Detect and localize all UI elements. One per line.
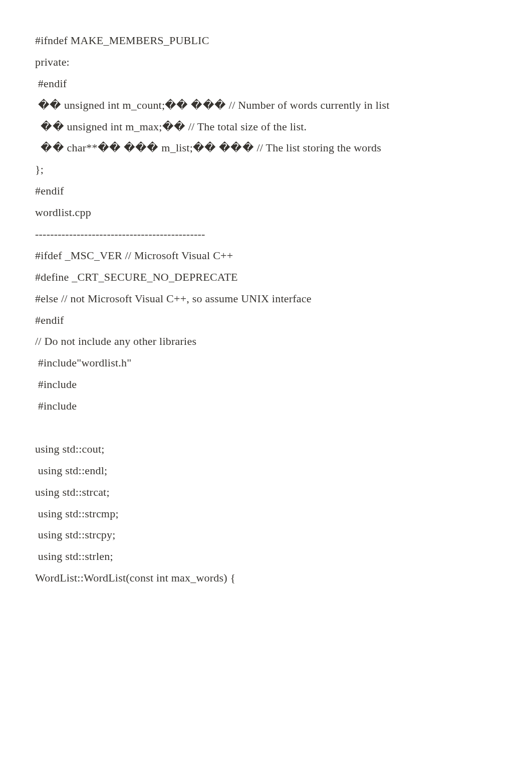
code-line: }; bbox=[35, 159, 497, 180]
code-line: �� unsigned int m_count;�� ��� // Number… bbox=[35, 95, 497, 116]
code-line: �� char**�� ��� m_list;�� ��� // The lis… bbox=[35, 137, 497, 159]
code-line: #endif bbox=[35, 180, 497, 202]
code-line: using std::endl; bbox=[35, 460, 497, 482]
code-line: using std::strcat; bbox=[35, 482, 497, 503]
code-line: #ifdef _MSC_VER // Microsoft Visual C++ bbox=[35, 245, 497, 267]
code-line: #include"wordlist.h" bbox=[35, 352, 497, 374]
code-line: #ifndef MAKE_MEMBERS_PUBLIC bbox=[35, 30, 497, 52]
code-line: �� unsigned int m_max;�� // The total si… bbox=[35, 116, 497, 138]
code-line: private: bbox=[35, 52, 497, 73]
code-line bbox=[35, 417, 497, 439]
code-line: using std::cout; bbox=[35, 439, 497, 460]
code-line: using std::strcpy; bbox=[35, 524, 497, 546]
code-line: #include bbox=[35, 374, 497, 396]
code-document: #ifndef MAKE_MEMBERS_PUBLICprivate: #end… bbox=[35, 30, 497, 589]
code-line: wordlist.cpp bbox=[35, 202, 497, 224]
code-line: #endif bbox=[35, 73, 497, 95]
code-line: using std::strlen; bbox=[35, 546, 497, 567]
code-line: #else // not Microsoft Visual C++, so as… bbox=[35, 288, 497, 310]
code-line: #include bbox=[35, 396, 497, 417]
code-line: ----------------------------------------… bbox=[35, 224, 497, 245]
code-line: #endif bbox=[35, 310, 497, 331]
code-line: using std::strcmp; bbox=[35, 503, 497, 525]
code-line: #define _CRT_SECURE_NO_DEPRECATE bbox=[35, 267, 497, 288]
code-line: // Do not include any other libraries bbox=[35, 331, 497, 352]
code-line: WordList::WordList(const int max_words) … bbox=[35, 567, 497, 589]
